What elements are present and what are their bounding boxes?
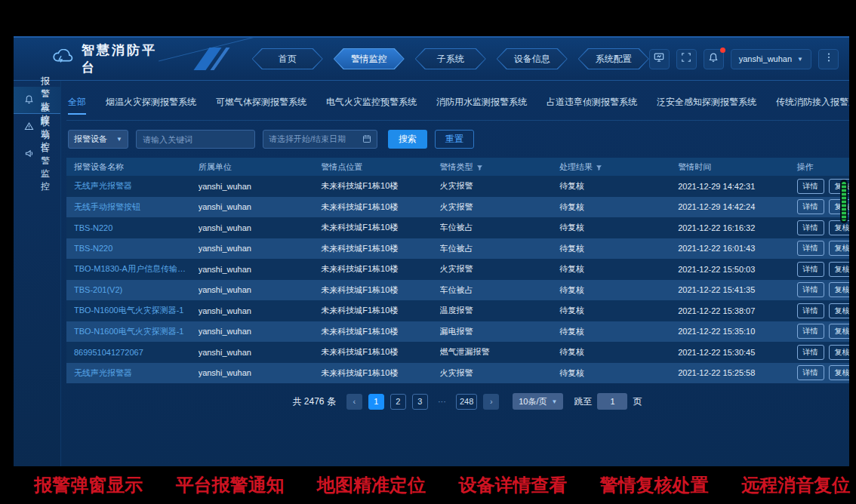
review-button[interactable]: 复核 — [829, 365, 849, 380]
sidebar-item-linkage-alarm-monitoring[interactable]: 联动告警监控 — [14, 141, 60, 168]
result-cell: 待复核 — [559, 180, 678, 192]
time-cell: 2021-12-22 15:35:10 — [678, 327, 796, 336]
nav-tab-device-info[interactable]: 设备信息 — [497, 48, 568, 69]
device-name-link[interactable]: 无线声光报警器 — [74, 367, 199, 379]
user-menu[interactable]: yanshi_wuhan ▼ — [731, 49, 811, 69]
table-row: TBS-N220yanshi_wuhan未来科技城F1栋10楼车位被占待复核20… — [66, 217, 849, 238]
alarm-type-cell: 燃气泄漏报警 — [440, 346, 559, 358]
next-page-button[interactable]: › — [483, 394, 499, 410]
main-content: 全部烟温火灾探测报警系统可燃气体探测报警系统电气火灾监控预警系统消防用水监测报警… — [61, 81, 849, 468]
unit-cell: yanshi_wuhan — [199, 306, 322, 315]
alarm-type-cell: 火灾报警 — [440, 180, 559, 192]
category-select[interactable]: 报警设备 ▼ — [68, 130, 128, 149]
detail-button[interactable]: 详情 — [797, 199, 824, 214]
nav-tab-system-config[interactable]: 系统配置 — [578, 48, 649, 69]
notification-badge — [720, 48, 725, 53]
device-name-link[interactable]: 869951041272067 — [74, 348, 199, 357]
device-name-link[interactable]: TBS-N220 — [74, 244, 199, 253]
detail-button[interactable]: 详情 — [797, 179, 824, 194]
system-tab-fire-water[interactable]: 消防用水监测报警系统 — [436, 96, 527, 114]
system-tab-traditional-fire[interactable]: 传统消防接入报警系统 — [776, 96, 849, 114]
fullscreen-button[interactable] — [676, 49, 697, 69]
footer-label-5: 远程消音复位 — [741, 473, 850, 497]
nav-tab-home[interactable]: 首页 — [252, 48, 323, 69]
device-name-link[interactable]: TBS-N220 — [74, 223, 199, 232]
calendar-icon — [362, 134, 371, 145]
page-button-1[interactable]: 1 — [368, 394, 384, 410]
page-button-3[interactable]: 3 — [412, 394, 428, 410]
review-button[interactable]: 复核 — [829, 262, 849, 277]
scrollbar-indicator[interactable] — [840, 180, 848, 223]
unit-cell: yanshi_wuhan — [199, 244, 322, 253]
table-row: 无线声光报警器yanshi_wuhan未来科技城F1栋10楼火灾报警待复核202… — [66, 363, 849, 384]
unit-cell: yanshi_wuhan — [199, 327, 322, 336]
system-tab-smoke-temp-fire[interactable]: 烟温火灾探测报警系统 — [106, 96, 196, 114]
detail-button[interactable]: 详情 — [797, 282, 824, 297]
table-row: TBO-N1600电气火灾探测器-1yanshi_wuhan未来科技城F1栋10… — [66, 300, 849, 321]
detail-button[interactable]: 详情 — [797, 262, 824, 277]
sidebar-item-alarm-monitoring[interactable]: 报警监控 — [14, 87, 60, 114]
page-size-select[interactable]: 10条/页 ▼ — [513, 393, 563, 410]
review-button[interactable]: 复核 — [829, 345, 849, 360]
location-cell: 未来科技城F1栋10楼 — [321, 305, 439, 316]
prev-page-button[interactable]: ‹ — [346, 394, 362, 410]
detail-button[interactable]: 详情 — [797, 303, 824, 318]
nav-tab-label: 子系统 — [437, 53, 464, 66]
column-header-label: 操作 — [797, 161, 814, 173]
system-tab-combustible-gas[interactable]: 可燃气体探测报警系统 — [216, 96, 306, 114]
filter-funnel-icon[interactable] — [476, 164, 483, 171]
filter-funnel-icon[interactable] — [596, 164, 602, 171]
table-row: TBO-M1830-A用户信息传输系统(外部化)yanshi_wuhan未来科技… — [66, 259, 849, 280]
location-cell: 未来科技城F1栋10楼 — [321, 222, 439, 233]
time-cell: 2021-12-22 16:16:32 — [678, 223, 796, 232]
review-button[interactable]: 复核 — [829, 282, 849, 297]
reset-button[interactable]: 重置 — [435, 130, 474, 149]
column-header-label: 警情类型 — [440, 161, 473, 173]
result-cell: 待复核 — [559, 367, 678, 379]
unit-cell: yanshi_wuhan — [199, 348, 322, 357]
notifications-button[interactable] — [704, 49, 724, 69]
device-name-link[interactable]: TBO-M1830-A用户信息传输系统(外部化) — [74, 263, 199, 275]
system-tab-electrical-fire[interactable]: 电气火灾监控预警系统 — [326, 96, 417, 114]
page-button-2[interactable]: 2 — [390, 394, 406, 410]
more-menu-button[interactable] — [818, 49, 839, 69]
device-name-link[interactable]: TBO-N1600电气火灾探测器-1 — [74, 305, 199, 316]
page-button-248[interactable]: 248 — [456, 394, 477, 410]
device-name-link[interactable]: TBO-N1600电气火灾探测器-1 — [74, 326, 199, 337]
detail-button[interactable]: 详情 — [797, 220, 824, 235]
result-cell: 待复核 — [559, 305, 678, 316]
review-button[interactable]: 复核 — [829, 241, 849, 256]
detail-button[interactable]: 详情 — [797, 324, 824, 339]
detail-button[interactable]: 详情 — [797, 241, 824, 256]
device-name-link[interactable]: TBS-201(V2) — [74, 285, 199, 294]
detail-button[interactable]: 详情 — [797, 365, 824, 380]
row-actions: 详情复核 — [797, 282, 849, 297]
app-title: 智慧消防平台 — [82, 41, 160, 76]
device-name-link[interactable]: 无线声光报警器 — [74, 180, 199, 192]
screen-view-button[interactable] — [649, 49, 670, 69]
date-range-picker[interactable]: 请选择开始/结束日期 — [263, 130, 377, 149]
system-tab-road-occupation[interactable]: 占道违章侦测报警系统 — [547, 96, 637, 114]
column-header-label: 处理结果 — [559, 161, 593, 173]
unit-cell: yanshi_wuhan — [199, 182, 322, 191]
system-tab-all[interactable]: 全部 — [68, 96, 86, 115]
search-button[interactable]: 搜索 — [388, 130, 427, 149]
review-button[interactable]: 复核 — [829, 303, 849, 318]
table-header: 报警设备名称所属单位警情点位置警情类型处理结果警情时间操作 — [66, 158, 849, 176]
detail-button[interactable]: 详情 — [797, 345, 824, 360]
page-ellipsis: ··· — [434, 394, 450, 410]
sidebar-item-fault-monitoring[interactable]: 故障监控 — [14, 114, 60, 141]
category-select-value: 报警设备 — [74, 134, 107, 145]
footer-label-4: 警情复核处置 — [600, 473, 709, 497]
device-name-link[interactable]: 无线手动报警按钮 — [74, 201, 199, 213]
table-row: TBO-N1600电气火灾探测器-1yanshi_wuhan未来科技城F1栋10… — [66, 321, 849, 343]
chevron-down-icon: ▼ — [116, 136, 122, 143]
alarm-bell-icon — [24, 94, 34, 106]
system-tab-security-sensing[interactable]: 泛安全感知探测报警系统 — [657, 96, 756, 114]
nav-tab-subsystems[interactable]: 子系统 — [415, 48, 486, 69]
jump-page-input[interactable] — [597, 393, 627, 410]
alarm-type-cell: 漏电报警 — [440, 326, 559, 337]
nav-tab-alarm-monitor[interactable]: 警情监控 — [334, 48, 405, 69]
review-button[interactable]: 复核 — [829, 324, 849, 339]
keyword-input[interactable] — [136, 130, 255, 149]
